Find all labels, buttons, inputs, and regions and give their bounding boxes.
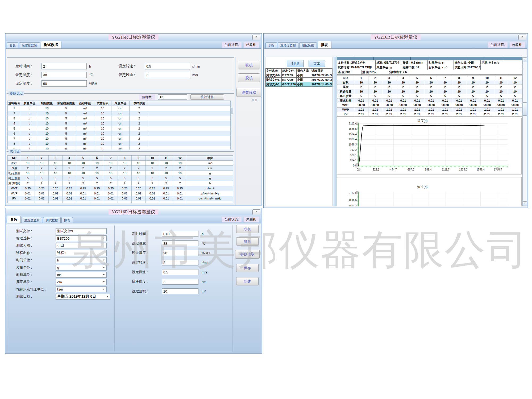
tab-0[interactable]: 参数: [7, 42, 18, 48]
pager-left-icon[interactable]: ◁: [251, 98, 253, 102]
table-row[interactable]: 厚度222222222222cm: [8, 166, 233, 171]
titlebar[interactable]: YG216R日标透湿量仪 ×: [6, 208, 261, 215]
scrollbar-up-icon[interactable]: ▲: [523, 57, 527, 62]
connect-button[interactable]: 联机: [236, 225, 259, 233]
file-table[interactable]: 文件名称标准文件操作人员试验日期测试文件9BS7209小田2017/7/27 0…: [265, 68, 332, 87]
dropdown-arrow-icon[interactable]: ▼: [103, 288, 105, 291]
cup-count-input[interactable]: 12: [158, 94, 187, 100]
field-input[interactable]: 90: [41, 80, 87, 87]
table-row[interactable]: 测试时间0.010.010.010.010.010.010.010.010.01…: [337, 98, 522, 103]
field-input[interactable]: 0.5: [162, 269, 198, 275]
dropdown-arrow-icon[interactable]: ▼: [103, 266, 105, 269]
tab-1[interactable]: 温湿度监测: [19, 42, 40, 48]
table-row[interactable]: 1g105m²10cm2: [8, 106, 231, 111]
read-params-button[interactable]: 参数读取: [236, 88, 261, 97]
table-row[interactable]: 面积101010101010101010101010m²: [8, 161, 233, 166]
table-row[interactable]: 初始质量101010101010101010101010g: [8, 171, 233, 176]
table-row[interactable]: 终止质量555555555555: [337, 94, 522, 98]
field-input[interactable]: 0.01: [162, 231, 198, 237]
close-icon[interactable]: ×: [252, 209, 260, 215]
pager-right-icon[interactable]: ▷: [255, 98, 257, 102]
field-input[interactable]: 2: [162, 279, 198, 285]
new-button[interactable]: 新建: [236, 277, 259, 285]
svg-text:667.0: 667.0: [408, 168, 414, 171]
field-input[interactable]: 0.5: [145, 63, 190, 69]
close-icon[interactable]: ×: [518, 35, 526, 40]
connect-button[interactable]: 联机: [238, 61, 260, 69]
field-input[interactable]: 38: [162, 240, 198, 246]
field-input[interactable]: 2: [145, 72, 190, 78]
field-input[interactable]: 90: [162, 250, 198, 256]
param-table[interactable]: 湿杯编号质量单位初始质量实验结束质量面积单位试样面积厚度单位试样厚度1g105m…: [7, 101, 231, 149]
field-input[interactable]: 小田: [56, 243, 107, 248]
export-button[interactable]: 导出: [309, 60, 325, 67]
field-select[interactable]: 星期五,2019年12月 6日▼: [56, 294, 110, 300]
titlebar[interactable]: YG216R日标透湿量仪 ×: [264, 34, 527, 41]
field-select[interactable]: h▼: [56, 257, 107, 263]
table-row[interactable]: 9g105m²10cm2: [8, 146, 231, 150]
field-select[interactable]: kpa▼: [56, 286, 107, 292]
table-row[interactable]: 5g105m²10cm2: [8, 126, 231, 131]
field-input[interactable]: 10: [162, 288, 198, 294]
tab-3[interactable]: 报表: [318, 41, 331, 48]
table-row[interactable]: 4g105m²10cm2: [8, 121, 231, 126]
dropdown-arrow-icon[interactable]: ▼: [103, 281, 105, 283]
table-row[interactable]: WVT0.250.250.250.250.250.250.250.250.250…: [8, 186, 233, 191]
field-select[interactable]: in²▼: [56, 272, 107, 278]
scrollbar-thumb[interactable]: [231, 108, 233, 114]
table-row[interactable]: PV2.012.012.012.012.012.012.012.012.012.…: [337, 112, 522, 117]
tab-0[interactable]: 参数: [265, 42, 277, 48]
table-row[interactable]: 面积101010101010101010101010: [337, 80, 522, 85]
table-row[interactable]: 3g105m²10cm2: [8, 116, 231, 121]
save-button[interactable]: 保存: [236, 264, 259, 272]
field-input[interactable]: 试样1: [56, 250, 107, 256]
table-row[interactable]: 测试时间222222222222h: [8, 181, 233, 186]
close-icon[interactable]: ×: [252, 35, 260, 40]
read-params-button[interactable]: 参数读取: [235, 250, 260, 259]
field-input[interactable]: 2: [162, 260, 198, 265]
print-button[interactable]: 打印: [287, 60, 304, 67]
table-row[interactable]: PV0.010.010.010.010.010.010.010.010.010.…: [8, 196, 233, 201]
titlebar[interactable]: YG216R日标透湿量仪 ×: [6, 34, 261, 41]
table-row[interactable]: [8, 201, 233, 203]
field-select[interactable]: BS7209▼: [56, 235, 107, 241]
field-select[interactable]: cm▼: [56, 279, 107, 285]
tab-0[interactable]: 参数: [7, 216, 21, 223]
field-input[interactable]: 测试文件9: [56, 228, 107, 234]
dropdown-arrow-icon[interactable]: ▼: [103, 237, 105, 240]
table-row[interactable]: 6g105m²10cm2: [8, 131, 231, 136]
tab-2[interactable]: 测试数据: [41, 41, 61, 48]
scrollbar-down-icon[interactable]: ▼: [523, 201, 527, 206]
disconnect-button[interactable]: 脱机: [236, 237, 259, 246]
table-row[interactable]: 测试文件6BS7209小田2017/7/27 00:00: [266, 78, 332, 82]
table-row[interactable]: 测试文件1GB/T12704小田2017/7/14 00:00: [266, 82, 332, 87]
tab-2[interactable]: 测试数据: [299, 42, 317, 48]
stats-calc-button[interactable]: 统计计算: [190, 94, 224, 100]
table-row[interactable]: WVT50.0050.0050.0050.0050.0050.0050.0050…: [337, 103, 522, 107]
table-row[interactable]: 测试文件9BS7209小田2017/7/27 00:00: [266, 73, 332, 78]
disconnect-button[interactable]: 脱机: [238, 73, 260, 82]
table-row[interactable]: 8g105m²10cm2: [8, 141, 231, 146]
field-input[interactable]: 38: [41, 72, 87, 78]
param-table-scrollbar[interactable]: [231, 101, 233, 149]
table-row[interactable]: 终止质量555555555555g: [8, 176, 233, 181]
scrollbar-thumb[interactable]: [523, 102, 527, 116]
tab-2[interactable]: 测试数据: [43, 217, 61, 223]
table-row[interactable]: 2g105m²10cm2: [8, 111, 231, 116]
tab-1[interactable]: 温湿度监测: [22, 217, 42, 223]
tab-1[interactable]: 温湿度监测: [278, 42, 298, 48]
table-row[interactable]: 初始质量101010101010101010101010: [337, 89, 522, 94]
table-row[interactable]: WVP0.010.010.010.010.010.010.010.010.010…: [8, 191, 233, 196]
dropdown-arrow-icon[interactable]: ▼: [103, 273, 105, 276]
table-row[interactable]: 7g105m²10cm2: [8, 136, 231, 141]
dropdown-arrow-icon[interactable]: ▼: [106, 295, 109, 298]
report-scrollbar[interactable]: ▲ ▼: [522, 57, 527, 206]
field-select[interactable]: g▼: [56, 265, 107, 271]
field-input[interactable]: 2: [41, 63, 87, 69]
table-row[interactable]: WVP1.011.011.011.011.011.011.011.011.011…: [337, 107, 522, 112]
tab-3[interactable]: 报表: [61, 217, 73, 223]
table-row[interactable]: 厚度222222222222: [337, 85, 522, 89]
stats-table[interactable]: NO123456789101112单位面积1010101010101010101…: [7, 155, 233, 203]
dropdown-arrow-icon[interactable]: ▼: [103, 259, 105, 261]
panel-splitter[interactable]: [333, 57, 336, 206]
